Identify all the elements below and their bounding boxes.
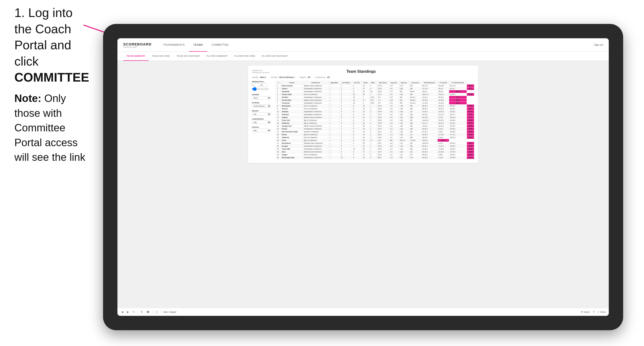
data-cell: 2.52 — [398, 93, 409, 96]
data-cell: 29-21-0 — [449, 136, 467, 139]
data-cell: 8 — [276, 105, 281, 107]
data-cell: -4.2 — [389, 125, 399, 128]
nav-tournaments[interactable]: TOURNAMENTS — [159, 38, 189, 52]
data-cell: 80-25-2 — [421, 128, 438, 130]
toolbar-refresh-btn[interactable]: ↻ — [132, 310, 136, 314]
table-row: 2AuburnSoutheastern Conference—19276273.… — [276, 87, 474, 90]
col-avg-par: Avg. Par — [398, 81, 409, 84]
data-cell: 39-6-0 — [438, 90, 449, 93]
subnav-player-summary[interactable]: PLAYER SUMMARY — [203, 52, 231, 61]
data-cell: 3 — [340, 139, 352, 142]
filter-division: Division: NCAA Division I — [270, 76, 295, 78]
data-cell: 9-20-1 — [438, 130, 449, 133]
data-cell: 23-23-1 — [438, 125, 449, 128]
data-cell: 8-14-0 — [438, 136, 449, 139]
data-cell: 2.37 — [389, 96, 399, 99]
share-label: Share — [600, 311, 606, 313]
data-cell: 4 — [369, 84, 377, 87]
data-cell: 268 — [409, 116, 421, 119]
data-cell: 255 — [398, 102, 409, 105]
standings-table: # School Conference Reg Rank Conf Rank N… — [276, 81, 474, 159]
data-cell: 1.28 — [398, 145, 409, 148]
data-cell: 23 — [362, 110, 369, 113]
subnav-team-h2h-heatmap[interactable]: TEAM H2H HEATMAP — [173, 52, 203, 61]
data-cell: 12 — [276, 116, 281, 119]
toolbar-back-btn[interactable]: ◀ — [120, 310, 124, 314]
school-cell: New Mexico — [281, 142, 303, 145]
data-cell: 86-25-1 — [421, 105, 438, 107]
table-layout: Minimum Rou... Gender Men's Women' — [252, 81, 474, 159]
update-time-label: Update time: — [252, 69, 270, 72]
score-cell: 38.42 — [467, 148, 474, 151]
logo-title: SCOREBOARD — [123, 42, 152, 46]
watch-label: Watch — [584, 311, 590, 313]
data-cell: 6.2 — [369, 90, 377, 93]
subnav-team-h2h-grid[interactable]: TEAM H2H GRID — [148, 52, 173, 61]
data-cell: — — [328, 116, 340, 119]
school-cell: Arkansas — [281, 113, 303, 116]
data-cell: 279.2 — [377, 145, 389, 148]
data-cell: Southeastern Conference — [303, 128, 328, 130]
nav-teams[interactable]: TEAMS — [189, 38, 207, 52]
subnav-player-h2h-heatmap[interactable]: PLAYER H2H HEATMAP — [258, 52, 291, 61]
data-cell: 260 — [409, 136, 421, 139]
table-row: 8WashingtonPac-12 Conference—28231276.3-… — [276, 105, 474, 107]
data-cell: 270 — [409, 156, 421, 159]
filter-group-region: Region N/A East West South Midwest — [252, 110, 274, 116]
sidebar-gender-select[interactable]: Men's Women's — [252, 96, 271, 100]
data-cell: -1.8 — [389, 156, 399, 159]
sidebar-school-select[interactable]: (All) — [252, 129, 271, 132]
toolbar-watch-btn[interactable]: 👁 Watch — [581, 311, 590, 313]
data-cell: 1.39 — [398, 151, 409, 153]
data-cell: 278.5 — [377, 153, 389, 156]
sign-out-button[interactable]: Sign out — [593, 43, 603, 46]
school-cell: Tennessee — [281, 102, 303, 105]
toolbar-clock-icon[interactable]: ◯ — [154, 310, 159, 314]
data-cell: -0.4 — [389, 151, 399, 153]
data-cell: 42-16-0 — [438, 84, 449, 87]
data-cell: -3.0 — [389, 122, 399, 125]
filter-conference: Conference: All — [315, 76, 330, 78]
data-cell: — — [328, 133, 340, 136]
data-cell: 3 — [369, 113, 377, 116]
toolbar-forward-btn[interactable]: ▶ — [126, 310, 130, 314]
school-cell: Mississippi State — [281, 156, 303, 159]
data-cell: 27 — [362, 87, 369, 90]
data-cell: 23 — [362, 107, 369, 110]
data-cell: 27-17-1 — [449, 133, 467, 136]
toolbar-share-icon[interactable]: ⬆ — [140, 310, 144, 314]
data-cell: 9 — [352, 119, 362, 122]
data-cell: 4 — [276, 93, 281, 96]
subnav-player-h2h-grid[interactable]: PLAYER H2H GRID — [231, 52, 258, 61]
data-cell: 22-13-0 — [438, 102, 449, 105]
school-cell: Ole Miss — [281, 96, 303, 99]
data-cell: 11-29-1 — [438, 145, 449, 148]
min-rounds-min-input[interactable] — [252, 83, 259, 87]
school-cell: Arizona — [281, 107, 303, 110]
toolbar-add-icon[interactable]: ➕ — [146, 310, 150, 314]
data-cell: 33-29-1 — [449, 110, 467, 113]
data-cell: — — [328, 128, 340, 130]
sidebar-conference-select[interactable]: (All) — [252, 121, 271, 124]
sidebar-division-select[interactable]: NCAA Division I NCAA Division II NCAA Di… — [252, 104, 271, 108]
min-rounds-slider[interactable] — [252, 87, 269, 91]
nav-committee[interactable]: COMMITTEE — [207, 38, 233, 52]
min-rounds-max-input[interactable] — [260, 83, 267, 87]
sidebar-region-select[interactable]: N/A East West South Midwest — [252, 112, 271, 116]
table-row: 11ArkansasSoutheastern Conference—682032… — [276, 113, 474, 116]
data-cell: 4 — [340, 102, 352, 105]
data-cell: 30-15-1 — [438, 122, 449, 125]
main-content: Update time: 27/03/2024 16:56:26 Team St… — [118, 61, 609, 308]
toolbar-share-btn[interactable]: ⇧ Share — [598, 311, 606, 313]
data-cell: 86-25-1 — [421, 107, 438, 110]
data-cell: 17-33-4 — [409, 139, 421, 142]
subnav-team-summary[interactable]: TEAM SUMMARY — [123, 52, 148, 61]
gender-label: Gender: — [252, 76, 259, 78]
data-cell: 10-23-0 — [438, 151, 449, 153]
school-cell: Texas Tech — [281, 119, 303, 122]
data-cell: 260 — [409, 87, 421, 90]
table-row: 15Georgia TechAtlantic Coast Conference—… — [276, 125, 474, 128]
data-cell: 265 — [409, 125, 421, 128]
school-cell: Duke — [281, 151, 303, 153]
toolbar-resize-btn[interactable]: ❐ — [593, 311, 595, 313]
